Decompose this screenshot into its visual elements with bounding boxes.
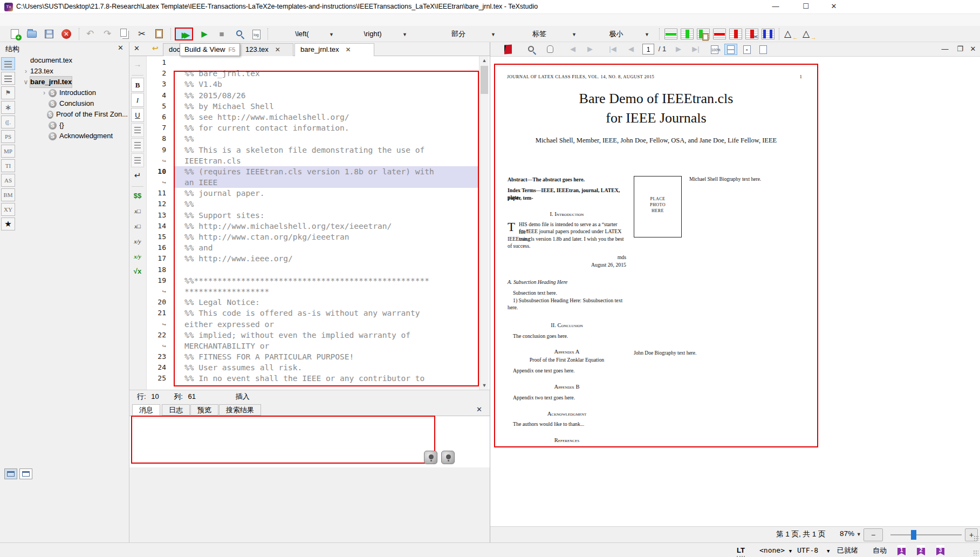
code-line[interactable]: 1	[147, 57, 479, 68]
code-editor[interactable]: →BIU↵$$x□x□x/yx/y√x 1 2 %% bare_jrnl.tex…	[129, 56, 490, 390]
zoom-slider-thumb[interactable]	[911, 530, 916, 540]
code-line[interactable]: 14 %% http://www.michaelshell.org/tex/ie…	[147, 221, 479, 232]
menu-item[interactable]	[43, 17, 54, 21]
first-page-button[interactable]: |◀	[606, 43, 620, 56]
fit-text-button[interactable]: ≡	[741, 44, 753, 55]
next-page-button[interactable]: ▶	[671, 43, 686, 56]
menu-item[interactable]	[0, 17, 11, 21]
special-chars-icon[interactable]: ★	[1, 218, 15, 230]
code-line[interactable]: 19 %%***********************************…	[147, 275, 479, 286]
table-cut-col-button[interactable]: ✂	[745, 29, 758, 39]
menu-item[interactable]	[54, 17, 65, 21]
tab-preview[interactable]: 预览	[190, 404, 218, 416]
dictionary-selector[interactable]: <none> ▼	[759, 545, 792, 556]
superscript-icon[interactable]: x□	[129, 219, 146, 233]
menu-item[interactable]	[108, 17, 119, 21]
prev-page-button[interactable]: ◀	[624, 43, 638, 56]
page-number-input[interactable]: 1	[642, 44, 654, 55]
minimize-button[interactable]: —	[763, 0, 788, 14]
zoom-slider[interactable]	[890, 534, 962, 535]
code-line[interactable]: 16 %% and	[147, 242, 479, 253]
table-align-button[interactable]	[762, 29, 775, 39]
open-button[interactable]	[25, 28, 39, 40]
code-line[interactable]: 20 %% Legal Notice:	[147, 297, 479, 308]
fraction-small-icon[interactable]: x/y	[129, 234, 146, 248]
code-line[interactable]: ↪ IEEEtran.cls	[147, 155, 479, 166]
panel-toggle-bottom-button[interactable]	[19, 468, 32, 479]
code-line[interactable]: 12 %%	[147, 199, 479, 209]
tree-item-document-tex[interactable]: document.tex	[18, 55, 128, 66]
code-line[interactable]: 7 %% for current contact information.	[147, 123, 479, 133]
align-left-icon[interactable]	[131, 123, 144, 137]
brackets-icon[interactable]: ([.	[1, 116, 15, 128]
tree-item-empty[interactable]: S {}	[18, 120, 128, 131]
table-add-row-button[interactable]	[664, 29, 677, 39]
pdf-document-button[interactable]	[501, 43, 515, 56]
code-line[interactable]: 5 %% by Michael Shell	[147, 101, 479, 112]
fit-width-button[interactable]	[724, 44, 737, 55]
table-paste-col-button[interactable]	[697, 29, 710, 39]
code-line[interactable]: 13 %% Support sites:	[147, 210, 479, 221]
forward-icon[interactable]: →	[129, 57, 146, 71]
line-marks-icon[interactable]	[1, 72, 15, 85]
table-add-col-button[interactable]	[681, 29, 694, 39]
zoom-out-button[interactable]: −	[864, 528, 883, 541]
italic-icon[interactable]: I	[131, 93, 144, 107]
code-line[interactable]: 4 %% 2015/08/26	[147, 90, 479, 101]
code-line[interactable]: ↪ an IEEE	[147, 177, 479, 188]
close-button[interactable]: ✕	[821, 0, 846, 14]
maximize-button[interactable]: ☐	[793, 0, 818, 14]
structure-icon[interactable]	[1, 57, 15, 70]
menu-item[interactable]	[32, 17, 43, 21]
divider[interactable]	[132, 184, 143, 187]
tree-item-introduction[interactable]: › S Introduction	[18, 87, 128, 98]
label-combo[interactable]: 标签▼	[507, 28, 580, 40]
menu-item[interactable]	[22, 17, 32, 21]
bookmark-3-icon[interactable]: 3	[936, 545, 944, 555]
close-document-icon[interactable]: ✕	[134, 44, 140, 52]
tab-close-icon[interactable]: ✕	[346, 46, 351, 53]
code-line[interactable]: 6 %% see http://www.michaelshell.org/	[147, 112, 479, 123]
compile-button[interactable]: ▶	[197, 28, 211, 40]
scrollbar-thumb[interactable]	[481, 66, 488, 94]
code-line[interactable]: 17 %% http://www.ieee.org/	[147, 253, 479, 264]
code-line[interactable]: ↪ ******************	[147, 286, 479, 297]
pdf-close-button[interactable]: ✕	[966, 43, 980, 56]
code-line[interactable]: 24 %% User assumes all risk.	[147, 362, 479, 373]
jump-forward-button[interactable]: ▶	[583, 43, 597, 56]
align-right-icon[interactable]	[131, 153, 144, 167]
bookmarks-icon[interactable]: ⚑	[1, 86, 15, 99]
back-folder-icon[interactable]: ↩	[152, 44, 159, 52]
zoom-100-button[interactable]: 100%	[708, 44, 721, 55]
code-line[interactable]: 21 %% This code is offered as-is without…	[147, 308, 479, 318]
code-line[interactable]: 8 %%	[147, 133, 479, 144]
fraction-icon[interactable]: x/y	[129, 249, 146, 263]
copy-button[interactable]	[118, 28, 132, 40]
tree-item-conclusion[interactable]: S Conclusion	[18, 98, 128, 109]
new-document-button[interactable]: +	[8, 28, 22, 40]
close-file-button[interactable]: ✕	[59, 28, 73, 40]
divider[interactable]	[132, 72, 143, 76]
tab-log[interactable]: 日志	[162, 404, 190, 416]
tree-item-123-tex[interactable]: › 123.tex	[18, 66, 128, 77]
code-line[interactable]: 11 %% journal paper.	[147, 188, 479, 199]
pdf-document-area[interactable]: JOURNAL OF LATEX CLASS FILES, VOL. 14, N…	[490, 57, 980, 526]
code-line[interactable]: 25 %% In no event shall the IEEE or any …	[147, 373, 479, 384]
zoom-level-label[interactable]: 87% ▼	[840, 529, 861, 538]
tab-bare-jrnl-tex[interactable]: bare_jrnl.tex✕	[294, 43, 374, 57]
build-and-view-button[interactable]: ▶▶	[175, 28, 193, 40]
editor-scrollbar[interactable]: ▲ ▼	[479, 56, 489, 390]
ti-icon[interactable]: TI	[1, 159, 15, 172]
stop-button[interactable]: ■	[215, 28, 229, 40]
code-line[interactable]: 2 %% bare_jrnl.tex	[147, 68, 479, 79]
convert-right-button[interactable]: △→	[803, 28, 817, 40]
menu-item[interactable]	[65, 17, 76, 21]
code-line[interactable]: 10 %% (requires IEEEtran.cls version 1.8…	[147, 166, 479, 177]
subscript-icon[interactable]: x□	[129, 204, 146, 218]
menu-item[interactable]	[119, 17, 129, 21]
paste-button[interactable]	[152, 28, 166, 40]
language-tool-indicator[interactable]: LT	[737, 545, 745, 557]
mp-icon[interactable]: MP	[1, 145, 15, 158]
tab-close-icon[interactable]: ✕	[275, 46, 280, 53]
newline-icon[interactable]: ↵	[129, 168, 146, 182]
